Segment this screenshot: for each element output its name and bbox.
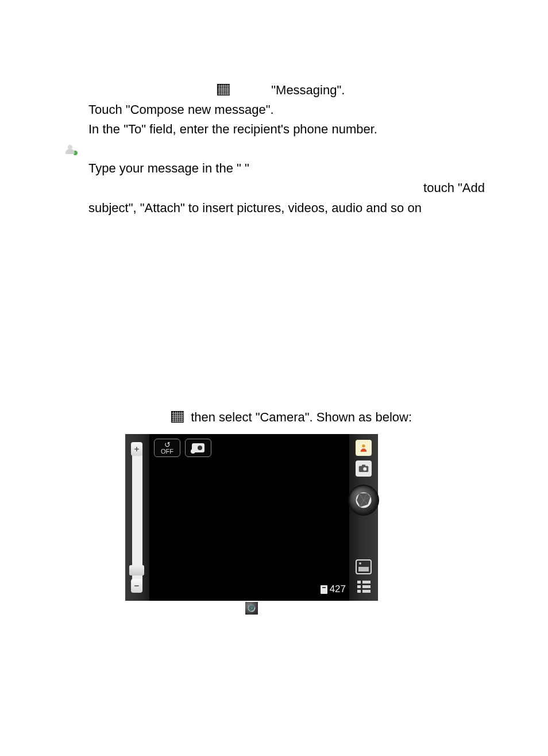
storage-icon: [321, 585, 327, 594]
text: "Messaging".: [271, 83, 345, 97]
text: subject", "Attach" to insert pictures, v…: [88, 201, 422, 215]
svg-point-3: [363, 467, 366, 471]
paragraph-line: Type your message in the " ": [88, 159, 485, 178]
paragraph-line: In the "To" field, enter the recipient's…: [88, 120, 485, 139]
zoom-handle[interactable]: [129, 565, 144, 575]
camera-screenshot: + − ↺ OFF: [125, 434, 378, 615]
counter-value: 427: [330, 582, 346, 597]
aperture-icon: [355, 492, 372, 509]
svg-rect-2: [362, 465, 365, 467]
app-grid-icon: [217, 84, 230, 95]
zoom-in-button[interactable]: +: [131, 442, 142, 456]
switch-camera-icon: [192, 443, 204, 452]
switch-camera-button[interactable]: [185, 439, 211, 457]
menu-icon: [357, 581, 371, 593]
text: then select "Camera". Shown as below:: [191, 410, 412, 424]
camera-ui: + − ↺ OFF: [125, 434, 378, 601]
flash-toggle[interactable]: ↺ OFF: [154, 439, 180, 457]
face-detection-button[interactable]: [356, 440, 372, 456]
gallery-button[interactable]: [356, 559, 372, 574]
shutter-small-icon: [245, 602, 258, 615]
app-grid-icon: [171, 411, 184, 423]
zoom-bar: + −: [125, 434, 149, 601]
text: Touch "Compose new message".: [88, 102, 274, 117]
add-contact-icon: [65, 145, 76, 154]
text: In the "To" field, enter the recipient's…: [88, 122, 377, 136]
camera-viewfinder: ↺ OFF 427: [149, 434, 349, 601]
camera-mode-button[interactable]: [356, 460, 372, 477]
svg-point-0: [362, 444, 365, 447]
shutter-button[interactable]: [349, 486, 378, 515]
document-page: "Messaging". Touch "Compose new message"…: [0, 0, 548, 649]
paragraph-line: then select "Camera". Shown as below:: [171, 408, 485, 427]
face-icon: [359, 443, 368, 452]
paragraph-line: "Messaging".: [217, 80, 485, 100]
paragraph-line: [68, 139, 485, 159]
settings-menu-button[interactable]: [356, 579, 372, 595]
camera-side-controls: [349, 434, 378, 601]
paragraph-line: touch "Add: [68, 178, 485, 198]
paragraph-line: subject", "Attach" to insert pictures, v…: [88, 198, 485, 218]
text: touch "Add: [423, 181, 485, 195]
shots-remaining: 427: [321, 582, 346, 597]
text: Type your message in the " ": [88, 161, 249, 175]
paragraph-line: Touch "Compose new message".: [88, 100, 485, 120]
flash-off-icon: ↺ OFF: [161, 441, 173, 455]
zoom-out-button[interactable]: −: [131, 579, 142, 593]
camera-icon: [358, 465, 369, 473]
